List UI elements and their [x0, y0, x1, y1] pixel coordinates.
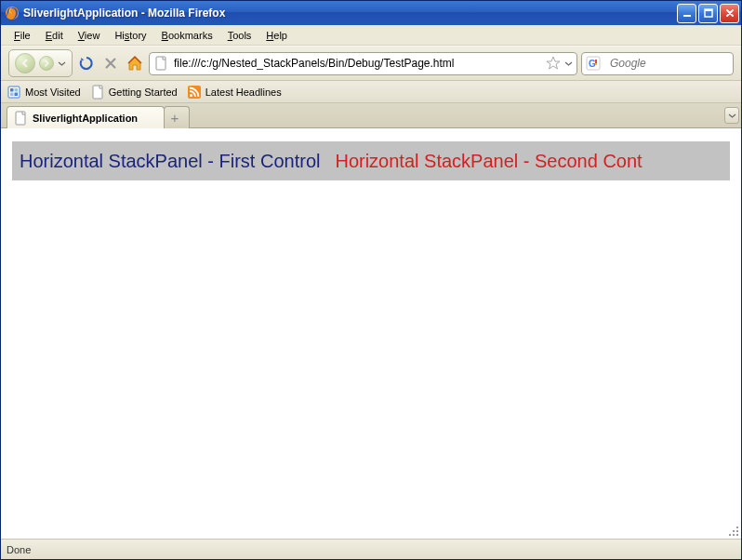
minimize-button[interactable]: [677, 4, 696, 23]
bookmark-getting-started[interactable]: Getting Started: [90, 85, 178, 100]
stop-button[interactable]: [100, 53, 121, 73]
svg-rect-21: [736, 530, 738, 532]
svg-text:G: G: [589, 59, 596, 69]
tab-active[interactable]: SliverlightApplication: [7, 106, 165, 128]
forward-button[interactable]: [39, 56, 54, 71]
menu-file[interactable]: File: [7, 28, 38, 43]
svg-rect-7: [595, 60, 597, 63]
firefox-icon: [5, 6, 20, 20]
bookmarks-toolbar: Most Visited Getting Started Latest Head…: [1, 81, 741, 103]
svg-rect-11: [10, 88, 14, 92]
svg-point-17: [190, 94, 192, 97]
navigation-toolbar: G: [1, 46, 741, 81]
window-controls: [677, 4, 739, 23]
tab-strip: SliverlightApplication +: [1, 103, 741, 128]
svg-rect-8: [595, 63, 597, 65]
menu-edit[interactable]: Edit: [38, 28, 71, 43]
menu-history[interactable]: History: [107, 28, 153, 43]
back-button[interactable]: [15, 53, 35, 73]
bookmark-label: Latest Headlines: [205, 87, 282, 98]
svg-rect-10: [8, 87, 20, 98]
menu-tools[interactable]: Tools: [220, 28, 259, 43]
tab-label: SliverlightApplication: [33, 113, 138, 124]
url-bar[interactable]: [149, 52, 577, 75]
tab-list-button[interactable]: [724, 107, 739, 124]
page-icon: [13, 111, 28, 126]
svg-rect-22: [729, 534, 731, 536]
bookmark-most-visited[interactable]: Most Visited: [7, 85, 81, 100]
page-icon: [153, 56, 168, 71]
url-dropdown-icon[interactable]: [564, 60, 573, 68]
svg-rect-23: [733, 534, 735, 536]
maximize-button[interactable]: [698, 4, 718, 23]
plus-icon: +: [171, 110, 179, 126]
svg-rect-19: [736, 527, 738, 528]
google-icon[interactable]: G: [586, 56, 601, 71]
svg-rect-18: [16, 112, 25, 125]
status-text: Done: [7, 544, 31, 555]
svg-rect-12: [15, 88, 19, 92]
rss-icon: [187, 85, 202, 100]
menu-view[interactable]: View: [71, 28, 108, 43]
page-icon: [90, 85, 105, 100]
svg-rect-14: [15, 92, 19, 96]
home-button[interactable]: [125, 53, 145, 73]
history-dropdown-icon[interactable]: [58, 60, 66, 68]
bookmark-label: Getting Started: [109, 87, 178, 98]
svg-rect-20: [733, 530, 735, 532]
svg-rect-24: [736, 534, 738, 536]
stackpanel-text-second: Horizontal StackPanel - Second Cont: [327, 151, 649, 172]
status-bar: Done: [1, 539, 741, 559]
svg-rect-1: [683, 15, 691, 17]
bookmark-star-icon[interactable]: [546, 56, 561, 71]
horizontal-stackpanel: Horizontal StackPanel - First Control Ho…: [12, 141, 730, 180]
window-titlebar: SliverlightApplication - Mozilla Firefox: [1, 1, 741, 25]
url-input[interactable]: [172, 56, 542, 71]
menu-bar: File Edit View History Bookmarks Tools H…: [1, 25, 741, 46]
svg-rect-4: [156, 57, 166, 70]
nav-back-forward-group: [8, 49, 73, 77]
reload-button[interactable]: [76, 53, 97, 73]
svg-rect-3: [705, 9, 712, 11]
page-content: Horizontal StackPanel - First Control Ho…: [1, 128, 741, 539]
close-button[interactable]: [720, 4, 739, 23]
bookmark-label: Most Visited: [25, 87, 81, 98]
resize-grip-icon[interactable]: [727, 525, 740, 538]
menu-bookmarks[interactable]: Bookmarks: [154, 28, 220, 43]
stackpanel-text-first: Horizontal StackPanel - First Control: [12, 151, 327, 172]
search-bar[interactable]: G: [581, 52, 734, 75]
svg-rect-15: [93, 86, 102, 99]
search-input[interactable]: [608, 56, 742, 71]
new-tab-button[interactable]: +: [164, 106, 190, 128]
most-visited-icon: [7, 85, 21, 100]
window-title: SliverlightApplication - Mozilla Firefox: [23, 7, 677, 20]
bookmark-latest-headlines[interactable]: Latest Headlines: [187, 85, 282, 100]
menu-help[interactable]: Help: [258, 28, 295, 43]
svg-rect-13: [10, 92, 14, 96]
